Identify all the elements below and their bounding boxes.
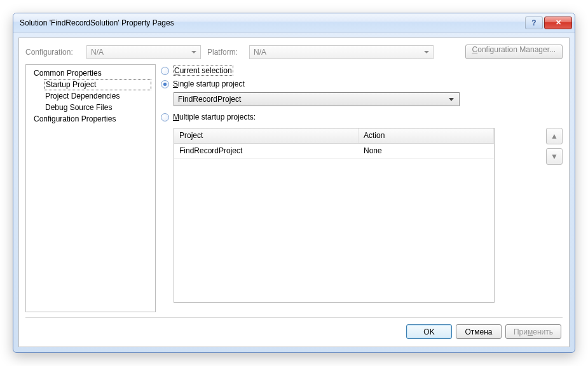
projects-table[interactable]: Project Action FindRecordProject None bbox=[174, 128, 495, 303]
main-area: Common Properties Startup Project Projec… bbox=[25, 64, 563, 312]
dialog-body: Configuration: N/A Platform: N/A Configu… bbox=[18, 38, 570, 347]
projects-table-wrap: Project Action FindRecordProject None bbox=[161, 125, 542, 303]
radio-multiple-startup[interactable] bbox=[161, 113, 169, 121]
titlebar[interactable]: Solution 'FindRecordSolution' Property P… bbox=[13, 13, 575, 32]
radio-current-selection-label: Current selection bbox=[173, 65, 233, 76]
chevron-down-icon bbox=[449, 98, 454, 101]
cell-action: None bbox=[359, 144, 494, 158]
ok-button[interactable]: OK bbox=[406, 324, 452, 339]
configuration-manager-button[interactable]: Configuration Manager... bbox=[465, 45, 563, 59]
single-startup-project-value: FindRecordProject bbox=[178, 95, 241, 104]
property-tree[interactable]: Common Properties Startup Project Projec… bbox=[25, 64, 156, 312]
radio-multiple-startup-label: Multiple startup projects: bbox=[173, 113, 256, 121]
tree-configuration-properties[interactable]: Configuration Properties bbox=[26, 113, 155, 125]
platform-label: Platform: bbox=[207, 48, 245, 57]
close-icon: ✕ bbox=[556, 18, 561, 27]
help-icon: ? bbox=[531, 18, 536, 27]
tree-common-properties[interactable]: Common Properties bbox=[26, 67, 155, 79]
configuration-select: N/A bbox=[86, 45, 201, 59]
close-button[interactable]: ✕ bbox=[544, 17, 572, 29]
platform-select: N/A bbox=[249, 45, 434, 59]
table-row[interactable]: FindRecordProject None bbox=[174, 144, 494, 159]
help-button[interactable]: ? bbox=[525, 17, 543, 29]
reorder-buttons: ▲ ▼ bbox=[546, 128, 563, 303]
startup-project-pane: Current selection Single startup project… bbox=[161, 64, 563, 312]
multiple-startup-area: Project Action FindRecordProject None ▲ bbox=[161, 125, 563, 303]
radio-single-startup-label: Single startup project bbox=[173, 79, 245, 88]
single-startup-project-select[interactable]: FindRecordProject bbox=[174, 92, 460, 106]
tree-startup-project[interactable]: Startup Project bbox=[44, 79, 151, 90]
platform-value: N/A bbox=[254, 48, 266, 57]
arrow-up-icon: ▲ bbox=[550, 132, 558, 141]
property-pages-dialog: Solution 'FindRecordSolution' Property P… bbox=[13, 13, 575, 353]
apply-button[interactable]: Применить bbox=[505, 324, 561, 339]
tree-debug-source-files[interactable]: Debug Source Files bbox=[26, 102, 155, 113]
cancel-button[interactable]: Отмена bbox=[456, 324, 502, 339]
radio-single-startup[interactable] bbox=[161, 80, 169, 88]
dialog-footer: OK Отмена Применить bbox=[25, 318, 563, 340]
configuration-label: Configuration: bbox=[25, 48, 83, 57]
radio-current-selection[interactable] bbox=[161, 67, 169, 75]
cell-project: FindRecordProject bbox=[174, 144, 359, 158]
radio-multiple-startup-row: Multiple startup projects: bbox=[161, 113, 563, 121]
title-buttons: ? ✕ bbox=[525, 17, 572, 29]
chevron-down-icon bbox=[424, 51, 429, 53]
col-header-project[interactable]: Project bbox=[174, 128, 359, 143]
configuration-row: Configuration: N/A Platform: N/A Configu… bbox=[25, 45, 563, 59]
col-header-action[interactable]: Action bbox=[359, 128, 494, 143]
radio-current-selection-row: Current selection bbox=[161, 65, 563, 76]
chevron-down-icon bbox=[191, 51, 196, 53]
radio-single-startup-row: Single startup project bbox=[161, 79, 563, 88]
configuration-value: N/A bbox=[91, 48, 104, 57]
projects-table-header: Project Action bbox=[174, 128, 494, 144]
window-title: Solution 'FindRecordSolution' Property P… bbox=[20, 18, 525, 27]
move-down-button[interactable]: ▼ bbox=[546, 148, 563, 165]
tree-project-dependencies[interactable]: Project Dependencies bbox=[26, 90, 155, 102]
move-up-button[interactable]: ▲ bbox=[546, 128, 563, 144]
arrow-down-icon: ▼ bbox=[550, 152, 558, 161]
